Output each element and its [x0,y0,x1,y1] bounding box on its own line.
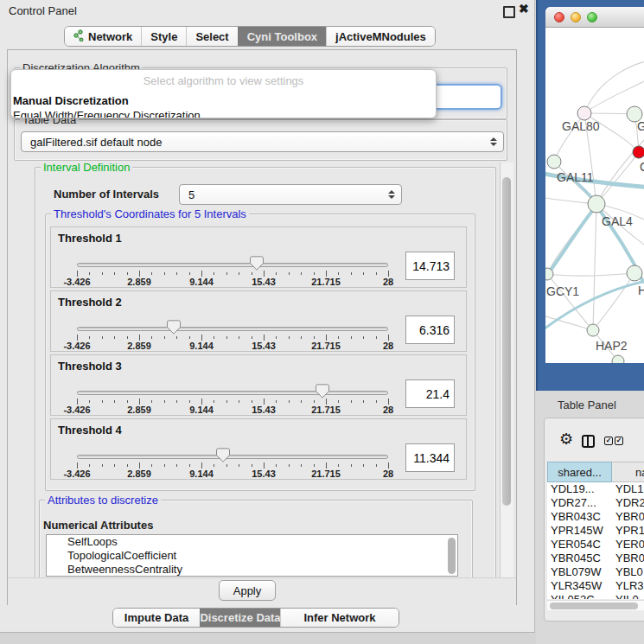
tick-label: -3.426 [63,469,90,479]
panel-scrollbar-thumb[interactable] [502,177,511,506]
tab-select[interactable]: Select [186,27,237,46]
threshold-slider-handle[interactable] [167,320,181,335]
tab-style[interactable]: Style [141,27,186,46]
tick-label: 9.144 [189,469,214,479]
tick-mark [351,464,352,467]
network-edge[interactable] [596,130,644,204]
numerical-attributes-list[interactable]: SelfLoopsTopologicalCoefficientBetweenne… [46,534,458,577]
tick-mark [264,399,265,405]
table-row[interactable]: YBL079WYBL0 [547,565,644,579]
attribute-list-item[interactable]: BetweennessCentrality [47,563,457,577]
threshold-slider-handle[interactable] [216,448,230,462]
table-row[interactable]: YPR145WYPR1 [547,524,644,538]
panel-scrollbar[interactable] [500,163,513,577]
network-node[interactable] [545,268,553,280]
network-edge[interactable] [596,152,639,204]
tick-mark [89,400,90,403]
network-edge[interactable] [547,273,634,276]
tick-label: 28 [383,405,393,415]
apply-button[interactable]: Apply [219,580,276,601]
table-row[interactable]: YER054CYER0 [547,538,644,552]
threshold-slider-track[interactable] [77,391,388,395]
tick-mark [77,271,78,277]
tick-mark [363,400,364,403]
tick-mark [276,272,277,275]
table-row[interactable]: YLR345WYLR3 [547,579,644,593]
threshold-value-field[interactable]: 6.316 [405,316,455,344]
tab-jactivemnodules[interactable]: jActiveMNodules [326,27,435,46]
tick-mark [89,464,90,467]
tick-mark [189,272,190,275]
checkbox-icon[interactable]: ✓ [604,437,613,445]
network-node[interactable] [633,146,644,158]
network-node[interactable] [547,155,561,169]
tab-cyni-toolbox[interactable]: Cyni Toolbox [238,27,326,46]
attribute-list-item[interactable]: TopologicalCoefficient [47,549,457,563]
dropdown-placeholder-item[interactable]: Select algorithm to view settings [11,70,436,93]
close-icon[interactable]: ✖ [519,2,529,16]
tab-infer-network[interactable]: Infer Network [280,609,399,627]
tick-mark [338,272,339,275]
table-row[interactable]: YIL052CYIL0 [547,593,644,599]
tick-mark [314,464,315,467]
network-node[interactable] [627,265,642,281]
cell-shared-name: YPR145W [547,524,612,538]
column-header-shared-name[interactable]: shared... [547,462,612,482]
node-table: shared... na YDL19...YDL1YDR27...YDR2YBR… [547,462,644,599]
tick-mark [376,400,377,403]
table-horizontal-scrollbar[interactable] [547,600,644,610]
tab-network[interactable]: Network [65,27,141,46]
dropdown-item-equal-width-frequency[interactable]: Equal Width/Frequency Discretization [11,108,436,118]
table-row[interactable]: YBR043CYBR0 [547,510,644,524]
attributes-list-scrollbar[interactable] [448,538,456,574]
network-window-titlebar[interactable] [545,7,644,28]
tab-discretize-data[interactable]: Discretize Data [200,609,280,627]
network-canvas[interactable]: GAL80GCGAL11GAL4GCY1HHAP2 [545,28,644,363]
threshold-value-field[interactable]: 14.713 [405,252,455,280]
threshold-slider-track[interactable] [77,455,388,459]
attribute-list-item[interactable]: SelfLoops [47,535,457,549]
network-edge[interactable] [593,204,596,330]
network-node-label: GAL4 [602,214,633,228]
threshold-slider-handle[interactable] [316,384,329,399]
tick-mark [252,464,252,467]
table-hscrollbar-thumb[interactable] [550,603,638,609]
float-window-icon[interactable] [503,6,515,18]
number-of-intervals-value: 5 [188,188,194,201]
column-layout-icon[interactable] [582,435,595,448]
threshold-slider-track[interactable] [77,263,388,267]
zoom-traffic-light-icon[interactable] [587,12,597,22]
tick-mark [264,271,265,277]
threshold-value-field[interactable]: 21.4 [405,379,455,408]
close-traffic-light-icon[interactable] [554,12,564,22]
tab-impute-data[interactable]: Impute Data [113,609,200,627]
gear-icon[interactable]: ⚙ [559,431,573,447]
table-row[interactable]: YDL19...YDL1 [547,482,644,496]
tick-mark [214,400,214,403]
network-edge[interactable] [593,273,634,330]
network-node[interactable] [612,355,624,363]
tick-mark [176,400,177,403]
column-header-name[interactable]: na [612,462,644,482]
network-node[interactable] [577,106,591,120]
threshold-value-field[interactable]: 11.344 [405,443,455,472]
table-data-combobox[interactable]: galFiltered.sif default node [21,131,504,152]
table-row[interactable]: YDR27...YDR2 [547,496,644,510]
tick-mark [376,272,377,275]
number-of-intervals-combobox[interactable]: 5 [179,184,402,205]
tick-mark [338,336,339,339]
table-row[interactable]: YBR045CYBR0 [547,552,644,565]
tick-mark [114,464,115,467]
tick-mark [201,399,202,405]
minimize-traffic-light-icon[interactable] [571,12,581,22]
group-title: Interval Definition [41,161,132,174]
dropdown-item-manual-discretization[interactable]: Manual Discretization [11,93,436,108]
threshold-slider-track[interactable] [77,327,388,331]
tick-mark [276,464,277,467]
threshold-slider-handle[interactable] [250,256,264,271]
checkbox-icon[interactable]: ✓ [615,437,623,445]
network-node[interactable] [587,324,599,336]
tick-label: 15.43 [252,341,276,351]
network-node[interactable] [588,195,605,213]
algorithm-combobox[interactable] [430,84,502,110]
